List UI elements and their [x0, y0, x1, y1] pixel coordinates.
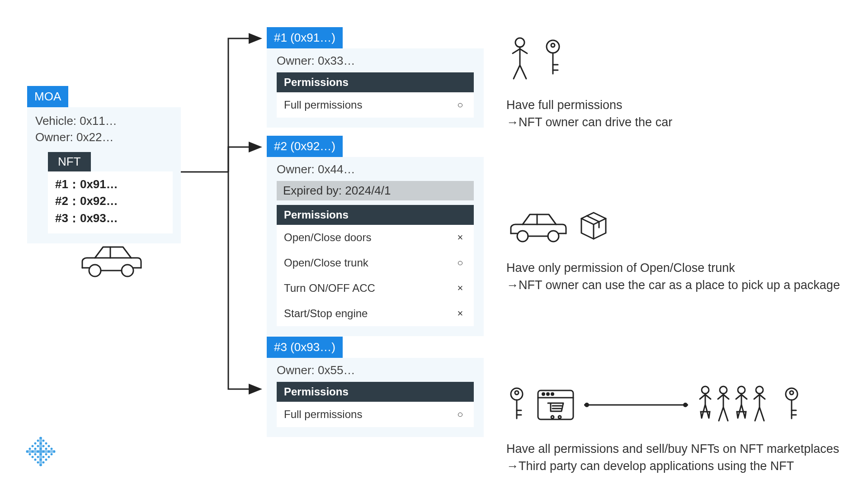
- permission-name: Full permissions: [284, 408, 362, 421]
- description-line: Have all permissions and sell/buy NFTs o…: [506, 441, 850, 458]
- nft-card: #1 (0x91…) Owner: 0x33… Permissions Full…: [267, 27, 484, 128]
- key-icon: [542, 38, 564, 79]
- permission-mark: ×: [454, 308, 467, 319]
- svg-point-79: [42, 461, 45, 464]
- nft-card-label: #3 (0x93…): [267, 337, 343, 358]
- svg-point-73: [42, 456, 45, 458]
- svg-point-67: [34, 453, 37, 456]
- permission-name: Full permissions: [284, 99, 362, 111]
- person-icon: [506, 36, 533, 81]
- marketplace-icon: [535, 387, 576, 423]
- description-line: Have full permissions: [506, 97, 850, 114]
- nft-card-label: #1 (0x91…): [267, 27, 343, 48]
- nft-card-label: #2 (0x92…): [267, 136, 343, 157]
- car-icon: [506, 208, 570, 244]
- nft-owner-line: Owner: 0x33…: [277, 54, 474, 68]
- svg-point-41: [790, 391, 793, 395]
- svg-point-51: [32, 445, 34, 447]
- nft-owner-line: Owner: 0x55…: [277, 363, 474, 377]
- permission-name: Turn ON/OFF ACC: [284, 282, 375, 295]
- svg-point-37: [720, 386, 727, 394]
- description-block: Have only permission of Open/Close trunk…: [506, 208, 850, 294]
- svg-point-10: [551, 43, 555, 47]
- permissions-header: Permissions: [277, 382, 474, 402]
- permission-mark: ○: [454, 257, 467, 269]
- package-icon: [578, 210, 609, 242]
- svg-rect-82: [26, 450, 55, 453]
- svg-point-8: [515, 38, 524, 47]
- svg-point-28: [542, 393, 545, 395]
- svg-point-69: [45, 453, 47, 456]
- svg-point-52: [37, 445, 39, 447]
- svg-point-34: [585, 403, 589, 407]
- nft-card: #3 (0x93…) Owner: 0x55… Permissions Full…: [267, 337, 484, 437]
- description-block: Have all permissions and sell/buy NFTs o…: [506, 385, 850, 475]
- description-line: →NFT owner can use the car as a place to…: [506, 277, 850, 294]
- permission-row: Full permissions ○: [277, 402, 474, 427]
- svg-point-17: [548, 231, 559, 242]
- permissions-header: Permissions: [277, 72, 474, 92]
- svg-point-75: [34, 459, 37, 461]
- svg-point-59: [51, 448, 53, 450]
- svg-point-55: [29, 448, 31, 450]
- svg-point-72: [37, 456, 39, 458]
- description-block: Have full permissions →NFT owner can dri…: [506, 36, 850, 131]
- permission-row: Open/Close doors ×: [277, 225, 474, 250]
- svg-point-70: [51, 453, 53, 456]
- svg-point-66: [29, 453, 31, 456]
- description-line: →Third party can develop applications us…: [506, 458, 850, 475]
- svg-point-71: [32, 456, 34, 458]
- permission-mark: ○: [454, 409, 467, 420]
- permission-row: Start/Stop engine ×: [277, 301, 474, 326]
- permission-mark: ○: [454, 99, 467, 111]
- svg-point-50: [45, 442, 47, 445]
- svg-point-56: [34, 448, 37, 450]
- svg-point-53: [42, 445, 45, 447]
- connection-line: [584, 400, 688, 409]
- svg-point-22: [515, 391, 519, 395]
- svg-point-58: [45, 448, 47, 450]
- key-icon: [781, 387, 802, 423]
- svg-point-29: [547, 393, 549, 395]
- svg-point-39: [756, 386, 763, 394]
- description-line: Have only permission of Open/Close trunk: [506, 260, 850, 277]
- permission-row: Full permissions ○: [277, 92, 474, 118]
- permission-row: Open/Close trunk ○: [277, 250, 474, 276]
- svg-point-54: [48, 445, 50, 447]
- svg-point-35: [683, 403, 688, 407]
- permissions-header: Permissions: [277, 205, 474, 225]
- svg-point-48: [34, 442, 37, 445]
- permission-mark: ×: [454, 232, 467, 243]
- permission-name: Open/Close trunk: [284, 257, 368, 269]
- people-icon: [696, 385, 773, 425]
- nft-expiry-line: Expired by: 2024/4/1: [277, 181, 474, 200]
- permission-name: Start/Stop engine: [284, 307, 368, 320]
- permission-mark: ×: [454, 282, 467, 294]
- nft-card: #2 (0x92…) Owner: 0x44… Expired by: 2024…: [267, 136, 484, 336]
- svg-point-77: [45, 459, 47, 461]
- svg-point-16: [517, 231, 528, 242]
- nft-owner-line: Owner: 0x44…: [277, 162, 474, 176]
- permission-row: Turn ON/OFF ACC ×: [277, 276, 474, 301]
- svg-point-78: [37, 461, 39, 464]
- svg-point-74: [48, 456, 50, 458]
- svg-point-47: [42, 440, 45, 442]
- svg-point-36: [702, 386, 709, 394]
- key-icon: [506, 387, 527, 423]
- permission-name: Open/Close doors: [284, 231, 371, 244]
- brand-logo-icon: [23, 435, 59, 471]
- svg-point-30: [552, 393, 554, 395]
- svg-point-38: [738, 386, 745, 394]
- description-line: →NFT owner can drive the car: [506, 114, 850, 131]
- svg-point-46: [37, 440, 39, 442]
